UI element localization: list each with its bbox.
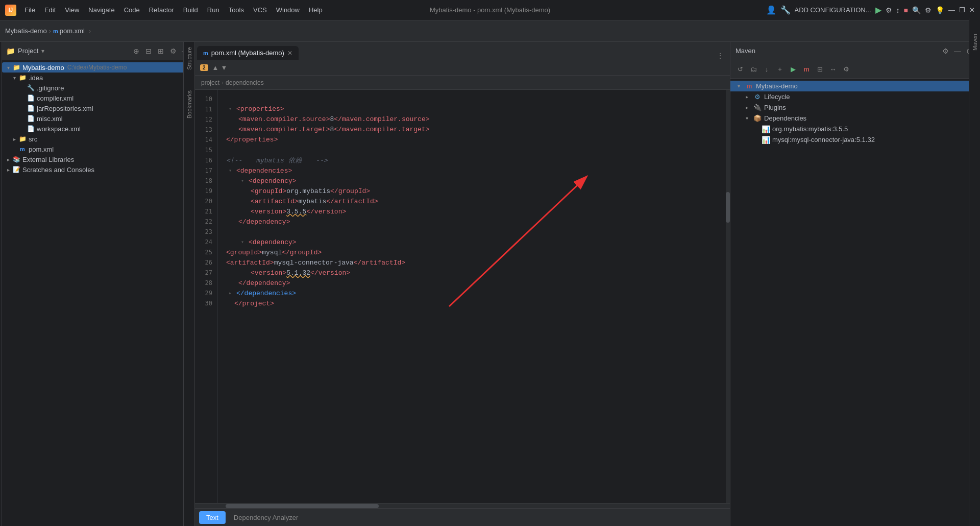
ext-libs-arrow [4,155,12,163]
minimize-btn[interactable]: — [948,6,955,14]
pom-icon: m [18,145,27,153]
menu-item-help[interactable]: Help [305,4,327,16]
panel-dropdown-icon[interactable]: ▾ [41,47,44,55]
fold-29[interactable]: ▸ [226,290,234,298]
close-btn[interactable]: ✕ [969,6,975,14]
tree-gitignore[interactable]: 🔧 .gitignore [2,83,194,93]
editor-tab-pom[interactable]: m pom.xml (Mybatis-demo) ✕ [197,46,299,60]
menu-item-file[interactable]: File [20,4,39,16]
code-editor[interactable]: ▾ <properties> <maven.compiler.source>8<… [218,90,726,503]
editor-hscrollbar[interactable] [195,503,730,508]
tree-idea-folder[interactable]: 📁 .idea [2,73,194,83]
deploy-btn[interactable]: ↕ [896,6,900,14]
hscroll-thumb[interactable] [226,504,379,508]
warning-chevron-up[interactable]: ▲ [212,64,219,71]
tree-pom-xml[interactable]: m pom.xml [2,144,194,154]
filter-icon[interactable]: ⊞ [156,46,166,56]
maven-dependencies-folder[interactable]: ▾ 📦 Dependencies [730,113,980,124]
maven-run-icon[interactable]: ▶ [788,64,799,75]
menu-item-vcs[interactable]: VCS [249,4,271,16]
subbar-tab-text[interactable]: Text [199,511,226,524]
compiler-xml-icon: 📄 [27,94,35,102]
mybatis-dep-label: org.mybatis:mybatis:3.5.5 [772,125,848,133]
breadcrumb-project[interactable]: Mybatis-demo [5,27,47,35]
maven-refresh-icon[interactable]: 🗂 [748,64,759,75]
maven-panel: Maven ⚙ — ⬡ ↺ 🗂 ↓ + ▶ m ⊞ ↔ ⚙ ▾ m Mybati… [730,42,980,526]
build-btn[interactable]: ⚙ [886,6,892,14]
toolbar: Mybatis-demo › m pom.xml › [0,20,980,42]
vcs-icon[interactable]: 🔧 [780,5,791,15]
maven-toggle-icon[interactable]: ↔ [827,64,839,75]
settings-btn[interactable]: ⚙ [925,6,932,14]
project-panel-title-area: 📁 Project ▾ [6,47,44,55]
bookmarks-label[interactable]: Bookmarks [184,85,195,124]
maven-root[interactable]: ▾ m Mybatis-demo [730,81,980,91]
structure-label[interactable]: Structure [184,42,195,75]
maven-dep-mybatis[interactable]: 📊 org.mybatis:mybatis:3.5.5 [730,124,980,134]
menu-item-code[interactable]: Code [120,4,144,16]
maven-download-icon[interactable]: ↓ [761,64,772,75]
fold-24[interactable]: ▾ [238,238,247,247]
menu-item-run[interactable]: Run [203,4,224,16]
fold-18[interactable]: ▾ [238,177,247,185]
menu-item-view[interactable]: View [61,4,83,16]
tab-close-icon[interactable]: ✕ [287,50,292,57]
profile-btn[interactable]: 👤 [766,5,776,15]
maven-plugins[interactable]: ▸ 🔌 Plugins [730,102,980,113]
run-btn[interactable]: ▶ [875,5,881,15]
root-arrow [4,63,12,71]
maven-grid-icon[interactable]: ⊞ [814,64,825,75]
fold-11[interactable]: ▾ [226,105,234,113]
maven-filter-icon[interactable]: ⚙ [841,64,852,75]
menu-item-navigate[interactable]: Navigate [84,4,118,16]
idea-label: .idea [29,74,43,82]
breadcrumb-file[interactable]: m pom.xml [53,27,85,35]
collapse-all-icon[interactable]: ⊟ [143,46,154,56]
tree-misc-xml[interactable]: 📄 misc.xml [2,113,194,124]
maven-minimize-icon[interactable]: — [952,46,963,56]
warning-badge: 2 [200,64,208,71]
settings-gear-icon[interactable]: ⚙ [168,46,178,56]
gitignore-icon: 🔧 [27,84,35,92]
stop-btn[interactable]: ■ [904,6,908,14]
menu-item-tools[interactable]: Tools [225,4,248,16]
maven-add-icon[interactable]: + [774,64,786,75]
tree-scratches[interactable]: 📝 Scratches and Consoles [2,164,194,175]
tree-ext-libs[interactable]: 📚 External Libraries [2,154,194,164]
menu-item-build[interactable]: Build [179,4,202,16]
maven-settings-icon[interactable]: ⚙ [940,46,950,56]
tree-workspace-xml[interactable]: 📄 workspace.xml [2,124,194,134]
maven-m-icon[interactable]: m [801,64,812,75]
add-file-icon[interactable]: ⊕ [131,46,141,56]
scrollbar-thumb[interactable] [726,192,730,223]
notifications-btn[interactable]: 💡 [936,6,944,14]
code-line-30: </project> [226,299,718,309]
editor-scrollbar[interactable] [726,90,730,503]
add-configuration-btn[interactable]: ADD CONFIGURATION... [795,6,871,14]
misc-icon: 📄 [27,114,35,123]
more-tabs-icon[interactable]: ⋮ [717,52,724,60]
path-dependencies[interactable]: dependencies [226,79,264,86]
gitignore-label: .gitignore [37,84,64,92]
maximize-btn[interactable]: ❐ [959,6,965,14]
maven-title: Maven [736,47,937,55]
search-btn[interactable]: 🔍 [912,6,921,14]
maven-root-arrow: ▾ [734,83,743,89]
tree-jar-repos-xml[interactable]: 📄 jarRepositories.xml [2,103,194,113]
path-project[interactable]: project [201,79,219,86]
jar-repos-arrow [18,104,27,112]
menu-item-window[interactable]: Window [272,4,304,16]
tree-compiler-xml[interactable]: 📄 compiler.xml [2,93,194,103]
maven-dep-mysql[interactable]: 📊 mysql:mysql-connector-java:5.1.32 [730,134,980,145]
tree-src-folder[interactable]: 📁 src [2,134,194,144]
fold-17[interactable]: ▾ [226,167,234,175]
root-path: C:\idea\Mybatis-demo [67,64,127,71]
subbar-tab-dep-analyzer[interactable]: Dependency Analyzer [227,511,305,524]
maven-reload-icon[interactable]: ↺ [734,64,746,75]
warning-chevron-down[interactable]: ▼ [220,64,227,71]
maven-lifecycle[interactable]: ▸ ⚙ Lifecycle [730,91,980,102]
menu-item-refactor[interactable]: Refactor [145,4,178,16]
menu-item-edit[interactable]: Edit [40,4,60,16]
tree-root[interactable]: 📁 Mybatis-demo C:\idea\Mybatis-demo [2,62,194,73]
maven-side-label[interactable]: Maven [969,29,981,56]
